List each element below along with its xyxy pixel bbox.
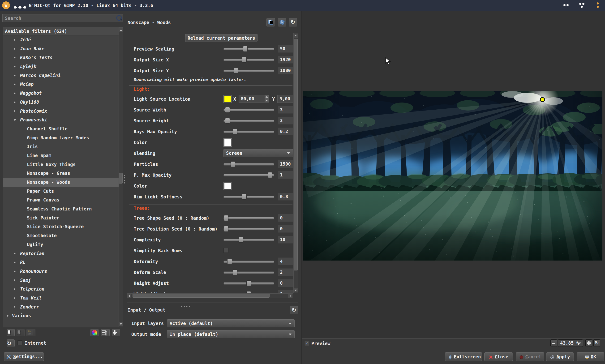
param-value[interactable]: 0 <box>278 214 293 222</box>
param-value[interactable]: 1500 <box>278 160 293 168</box>
filter-tree-item[interactable]: Gimp Random Layer Modes <box>3 133 119 143</box>
scrollbar-thumb[interactable] <box>119 173 123 183</box>
filter-tree-item[interactable]: Zonderr <box>3 303 119 312</box>
slider-track[interactable] <box>223 109 274 111</box>
color-wheel-button[interactable] <box>90 329 99 336</box>
reload-parameters-button[interactable]: Reload current parameters <box>185 34 257 42</box>
filter-tree-header[interactable]: Available filters (624) <box>3 27 123 35</box>
chevron-collapsed-icon[interactable] <box>7 315 9 317</box>
copy-to-clipboard-button[interactable] <box>267 18 275 26</box>
apply-button[interactable]: Apply <box>546 352 574 361</box>
scroll-left-icon[interactable] <box>127 294 131 298</box>
filter-tree-item[interactable]: Ronounours <box>3 267 119 276</box>
chevron-collapsed-icon[interactable] <box>14 56 16 59</box>
filter-tree-item[interactable]: Okyl168 <box>3 98 119 107</box>
scroll-up-icon[interactable] <box>294 34 298 38</box>
slider-handle[interactable] <box>243 46 248 52</box>
color-swatch-button[interactable] <box>223 138 232 147</box>
zoom-in-button[interactable] <box>585 339 592 347</box>
param-value[interactable]: 0 <box>278 225 293 233</box>
filter-tree-item[interactable]: Iris <box>3 142 119 151</box>
light-color-swatch[interactable] <box>223 95 232 103</box>
param-value[interactable]: 0 <box>278 290 293 293</box>
param-value[interactable]: 1920 <box>278 56 293 64</box>
slider-handle[interactable] <box>239 237 243 243</box>
slider-track[interactable] <box>223 163 274 166</box>
chevron-collapsed-icon[interactable] <box>14 39 16 41</box>
fullscreen-button[interactable]: Fullscreen <box>445 352 482 361</box>
zoom-level-select[interactable]: 43,85 % <box>558 339 583 347</box>
chevron-collapsed-icon[interactable] <box>14 252 16 255</box>
filter-tree-item[interactable]: PhotoComix <box>3 107 119 116</box>
param-value[interactable]: 3 <box>278 106 293 114</box>
close-button[interactable]: Close <box>484 352 513 361</box>
filter-tree-item[interactable]: Seamless Chaotic Pattern <box>3 205 119 214</box>
filter-tree-item[interactable]: Nonscape - Grass <box>3 169 119 178</box>
chevron-collapsed-icon[interactable] <box>14 270 16 273</box>
slider-handle[interactable] <box>233 270 237 275</box>
filter-tree-item[interactable]: Line Spam <box>3 151 119 160</box>
param-value[interactable]: 0 <box>278 279 293 287</box>
slider-handle[interactable] <box>242 57 247 63</box>
filter-tree-item[interactable]: Uglify <box>3 240 119 249</box>
chevron-collapsed-icon[interactable] <box>14 306 16 308</box>
scroll-right-icon[interactable] <box>288 294 293 298</box>
filter-tree-item[interactable]: Telperion <box>3 285 119 294</box>
filter-tree-item[interactable]: RL <box>3 258 119 267</box>
chevron-collapsed-icon[interactable] <box>14 74 16 77</box>
chevron-collapsed-icon[interactable] <box>14 83 16 86</box>
cancel-button[interactable]: Cancel <box>516 352 544 361</box>
slider-track[interactable] <box>223 120 274 122</box>
blending-select[interactable]: Screen <box>223 149 293 157</box>
spin-up-icon[interactable] <box>265 95 269 99</box>
preview-image[interactable] <box>303 91 602 260</box>
ok-button[interactable]: OK <box>577 352 604 361</box>
parameters-scrollbar-horizontal[interactable] <box>127 293 293 298</box>
light-y-spinbox[interactable]: 5,00 <box>277 95 293 103</box>
filter-tree-item[interactable]: Paper Cuts <box>3 187 119 196</box>
filter-tree-item[interactable]: Lylejk <box>3 62 119 71</box>
io-splitter-handle[interactable] <box>181 304 191 309</box>
filter-tree-item[interactable]: JéJé <box>3 35 119 44</box>
slider-track[interactable] <box>223 70 274 72</box>
chevron-collapsed-icon[interactable] <box>14 261 16 264</box>
filter-tree-item[interactable]: Little Boxy Things <box>3 160 119 169</box>
filter-tree-item[interactable]: Nonscape - Woods <box>3 178 119 187</box>
slider-handle[interactable] <box>224 215 229 221</box>
scroll-down-icon[interactable] <box>294 288 298 292</box>
slider-handle[interactable] <box>227 259 232 264</box>
filter-tree-item[interactable]: McCap <box>3 80 119 89</box>
filter-tree-item[interactable]: Prawnsushi <box>3 116 119 125</box>
scroll-up-icon[interactable] <box>119 28 123 32</box>
filter-tree-item[interactable]: Naggobot <box>3 89 119 98</box>
slider-handle[interactable] <box>268 172 272 178</box>
chevron-collapsed-icon[interactable] <box>14 65 16 68</box>
randomize-button[interactable] <box>278 18 286 26</box>
param-value[interactable]: 1080 <box>278 67 293 74</box>
slider-handle[interactable] <box>225 107 230 113</box>
scrollbar-thumb[interactable] <box>294 39 298 271</box>
settings-button[interactable]: Settings... <box>4 352 44 361</box>
reset-io-button[interactable]: ↻ <box>290 306 298 314</box>
chevron-collapsed-icon[interactable] <box>14 297 16 299</box>
remove-fave-button[interactable]: - <box>16 329 25 336</box>
filter-tree-item[interactable]: Smoothelate <box>3 231 119 240</box>
slider-handle[interactable] <box>242 194 247 200</box>
param-value[interactable]: 1 <box>278 171 293 179</box>
internet-checkbox[interactable] <box>17 340 23 345</box>
rename-fave-button[interactable]: AbcDef <box>26 329 35 336</box>
add-fave-button[interactable]: + <box>7 329 15 336</box>
preview-pane[interactable] <box>302 11 605 338</box>
filter-tree-scrollbar[interactable] <box>119 27 123 327</box>
param-value[interactable]: 0.8 <box>278 193 293 201</box>
filter-tree-item[interactable]: Marcos Capelini <box>3 71 119 80</box>
slider-handle[interactable] <box>233 129 237 134</box>
chevron-collapsed-icon[interactable] <box>14 288 16 290</box>
slider-track[interactable] <box>223 196 274 198</box>
chevron-collapsed-icon[interactable] <box>14 92 16 94</box>
reset-zoom-button[interactable]: ↻ <box>593 339 600 347</box>
slider-handle[interactable] <box>225 118 230 124</box>
simplify-back-rows-checkbox[interactable] <box>223 248 229 253</box>
slider-track[interactable] <box>223 59 274 61</box>
param-value[interactable]: 2 <box>278 268 293 276</box>
